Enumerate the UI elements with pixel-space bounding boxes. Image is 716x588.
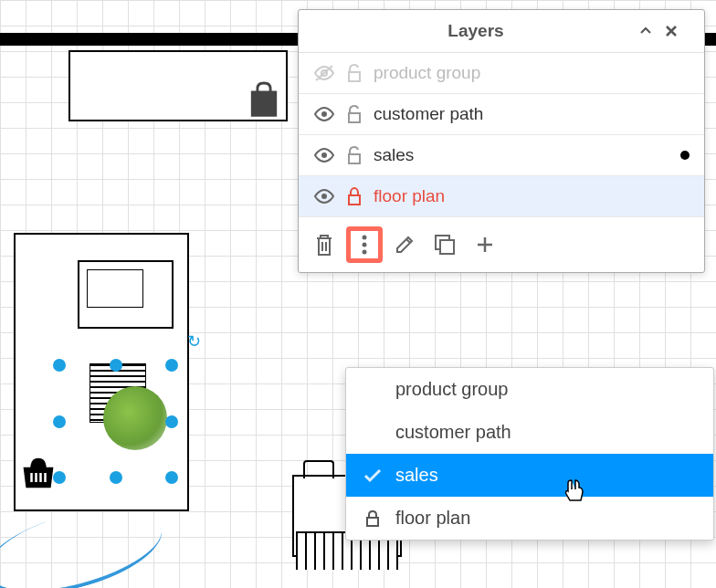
visibility-on-icon[interactable] xyxy=(313,146,335,164)
ctx-label: sales xyxy=(395,465,438,486)
layer-row-sales[interactable]: sales xyxy=(299,135,704,176)
ctx-item-floor-plan[interactable]: floor plan xyxy=(346,497,713,540)
rotate-handle[interactable]: ↻ xyxy=(187,331,201,352)
resize-handle-s[interactable] xyxy=(110,471,122,484)
layer-name: customer path xyxy=(374,104,690,124)
delete-layer-button[interactable] xyxy=(306,226,342,263)
resize-handle-e[interactable] xyxy=(165,415,178,428)
register-shape[interactable] xyxy=(78,260,174,329)
lock-icon[interactable] xyxy=(346,187,363,205)
layer-row-floor-plan[interactable]: floor plan xyxy=(299,176,704,217)
unlock-icon[interactable] xyxy=(346,146,363,164)
resize-handle-se[interactable] xyxy=(165,471,178,484)
more-options-button[interactable] xyxy=(346,226,383,263)
svg-rect-7 xyxy=(440,240,454,254)
basket-icon xyxy=(20,457,57,489)
unlock-icon[interactable] xyxy=(346,105,363,123)
svg-point-2 xyxy=(321,194,327,199)
shopping-bag-icon xyxy=(248,80,279,117)
green-node[interactable] xyxy=(103,386,167,450)
unlock-icon[interactable] xyxy=(346,64,363,82)
ctx-item-product-group[interactable]: product group xyxy=(346,368,713,411)
ctx-label: product group xyxy=(395,379,508,400)
visibility-on-icon[interactable] xyxy=(313,105,335,123)
svg-point-0 xyxy=(321,111,327,117)
ctx-item-sales[interactable]: sales xyxy=(346,454,713,497)
ctx-label: floor plan xyxy=(395,508,470,529)
add-layer-button[interactable] xyxy=(467,226,503,263)
close-icon[interactable] xyxy=(664,24,690,38)
ctx-item-customer-path[interactable]: customer path xyxy=(346,411,713,454)
resize-handle-n[interactable] xyxy=(110,359,122,372)
layer-toolbar xyxy=(299,217,704,272)
resize-handle-ne[interactable] xyxy=(165,359,178,372)
layer-name: sales xyxy=(374,145,669,165)
duplicate-layer-button[interactable] xyxy=(426,226,463,263)
edit-layer-button[interactable] xyxy=(386,226,423,263)
ctx-label: customer path xyxy=(395,422,511,443)
panel-title: Layers xyxy=(313,21,638,41)
layers-panel: Layers product group customer path xyxy=(298,9,705,273)
layer-row-customer-path[interactable]: customer path xyxy=(299,94,704,135)
svg-point-3 xyxy=(363,236,367,240)
layer-name: floor plan xyxy=(374,186,690,206)
selection-box[interactable]: ↻ xyxy=(55,361,174,479)
resize-handle-w[interactable] xyxy=(53,415,66,428)
current-layer-dot xyxy=(680,151,690,160)
lock-icon xyxy=(363,510,383,527)
move-to-layer-menu: product group customer path sales floor … xyxy=(345,367,714,541)
panel-header: Layers xyxy=(299,10,704,53)
layer-name: product group xyxy=(374,63,690,83)
resize-handle-nw[interactable] xyxy=(53,359,66,372)
svg-point-5 xyxy=(363,250,367,255)
check-icon xyxy=(363,468,383,483)
collapse-icon[interactable] xyxy=(638,24,664,38)
svg-point-1 xyxy=(321,152,327,158)
visibility-off-icon[interactable] xyxy=(313,64,335,82)
visibility-on-icon[interactable] xyxy=(313,187,335,205)
svg-point-4 xyxy=(363,243,367,247)
layer-row-product-group[interactable]: product group xyxy=(299,53,704,94)
